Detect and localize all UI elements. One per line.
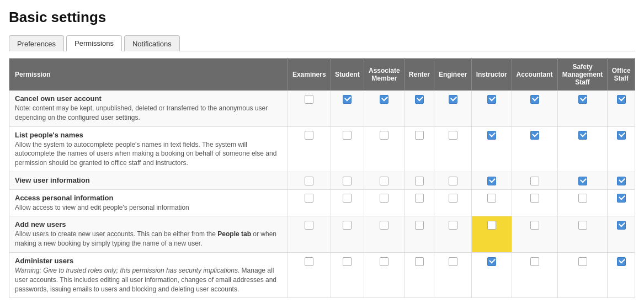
checkbox-unchecked[interactable] xyxy=(449,194,457,203)
cell-engineer xyxy=(434,252,472,297)
checkbox-unchecked[interactable] xyxy=(415,194,424,203)
cell-associate_member xyxy=(364,216,405,253)
col-header-renter: Renter xyxy=(405,59,434,91)
checkbox-checked[interactable] xyxy=(578,131,587,140)
tab-permissions[interactable]: Permissions xyxy=(66,35,122,51)
cell-accountant xyxy=(512,126,557,172)
checkbox-unchecked[interactable] xyxy=(380,177,388,185)
checkbox-unchecked[interactable] xyxy=(530,257,539,266)
checkbox-checked[interactable] xyxy=(415,95,424,104)
checkbox-unchecked[interactable] xyxy=(578,221,587,230)
checkbox-checked[interactable] xyxy=(578,95,587,104)
checkbox-checked[interactable] xyxy=(578,177,587,185)
cell-office_staff xyxy=(608,172,635,189)
cell-engineer xyxy=(434,189,472,216)
permission-desc: Allow the system to autocomplete people'… xyxy=(15,140,284,168)
checkbox-unchecked[interactable] xyxy=(380,131,388,140)
checkbox-unchecked[interactable] xyxy=(487,194,496,203)
checkbox-unchecked[interactable] xyxy=(305,177,313,185)
cell-associate_member xyxy=(364,189,405,216)
checkbox-yellow[interactable] xyxy=(487,221,496,230)
checkbox-unchecked[interactable] xyxy=(449,131,457,140)
cell-student xyxy=(331,91,364,126)
table-row: Access personal informationAllow access … xyxy=(9,189,635,216)
checkbox-checked[interactable] xyxy=(487,177,496,185)
cell-instructor xyxy=(471,252,512,297)
checkbox-unchecked[interactable] xyxy=(578,194,587,203)
table-header-row: Permission Examiners Student AssociateMe… xyxy=(9,59,635,91)
checkbox-checked[interactable] xyxy=(617,257,626,266)
checkbox-checked[interactable] xyxy=(343,95,352,104)
cell-accountant xyxy=(512,172,557,189)
checkbox-unchecked[interactable] xyxy=(305,95,313,104)
cell-student xyxy=(331,172,364,189)
cell-instructor xyxy=(471,126,512,172)
table-row: List people's namesAllow the system to a… xyxy=(9,126,635,172)
checkbox-unchecked[interactable] xyxy=(530,221,539,230)
checkbox-unchecked[interactable] xyxy=(305,257,313,266)
cell-safety_management_staff xyxy=(557,91,608,126)
checkbox-checked[interactable] xyxy=(617,221,626,230)
checkbox-unchecked[interactable] xyxy=(415,131,424,140)
permission-cell: Administer usersWarning: Give to trusted… xyxy=(9,252,288,297)
checkbox-checked[interactable] xyxy=(487,95,496,104)
checkbox-checked[interactable] xyxy=(530,131,539,140)
checkbox-checked[interactable] xyxy=(617,131,626,140)
checkbox-unchecked[interactable] xyxy=(415,257,424,266)
tab-notifications[interactable]: Notifications xyxy=(124,35,180,51)
col-header-safety-management-staff: SafetyManagementStaff xyxy=(557,59,608,91)
checkbox-unchecked[interactable] xyxy=(343,177,352,185)
cell-safety_management_staff xyxy=(557,216,608,253)
tab-bar: Preferences Permissions Notifications xyxy=(9,35,635,51)
col-header-permission: Permission xyxy=(9,59,288,91)
permission-cell: Add new usersAllow users to create new u… xyxy=(9,216,288,253)
permission-desc: Allow access to view and edit people's p… xyxy=(15,203,284,212)
checkbox-unchecked[interactable] xyxy=(415,221,424,230)
col-header-accountant: Accountant xyxy=(512,59,557,91)
checkbox-checked[interactable] xyxy=(380,95,388,104)
checkbox-unchecked[interactable] xyxy=(305,131,313,140)
permission-cell: Cancel own user accountNote: content may… xyxy=(9,91,288,126)
checkbox-checked[interactable] xyxy=(617,95,626,104)
cell-safety_management_staff xyxy=(557,126,608,172)
checkbox-unchecked[interactable] xyxy=(380,194,388,203)
checkbox-unchecked[interactable] xyxy=(305,194,313,203)
checkbox-unchecked[interactable] xyxy=(449,257,457,266)
cell-accountant xyxy=(512,216,557,253)
table-row: Add new usersAllow users to create new u… xyxy=(9,216,635,253)
cell-examiners xyxy=(288,189,331,216)
checkbox-unchecked[interactable] xyxy=(449,221,457,230)
cell-accountant xyxy=(512,189,557,216)
checkbox-checked[interactable] xyxy=(487,131,496,140)
cell-student xyxy=(331,252,364,297)
cell-accountant xyxy=(512,252,557,297)
checkbox-unchecked[interactable] xyxy=(305,221,313,230)
checkbox-unchecked[interactable] xyxy=(415,177,424,185)
checkbox-checked[interactable] xyxy=(617,177,626,185)
col-header-office-staff: OfficeStaff xyxy=(608,59,635,91)
cell-associate_member xyxy=(364,252,405,297)
permission-cell: List people's namesAllow the system to a… xyxy=(9,126,288,172)
checkbox-unchecked[interactable] xyxy=(380,257,388,266)
checkbox-unchecked[interactable] xyxy=(343,221,352,230)
checkbox-checked[interactable] xyxy=(449,95,457,104)
table-row: Cancel own user accountNote: content may… xyxy=(9,91,635,126)
col-header-examiners: Examiners xyxy=(288,59,331,91)
checkbox-checked[interactable] xyxy=(487,257,496,266)
checkbox-checked[interactable] xyxy=(530,95,539,104)
cell-safety_management_staff xyxy=(557,189,608,216)
checkbox-unchecked[interactable] xyxy=(530,177,539,185)
cell-engineer xyxy=(434,126,472,172)
checkbox-unchecked[interactable] xyxy=(380,221,388,230)
tab-preferences[interactable]: Preferences xyxy=(9,35,64,51)
checkbox-unchecked[interactable] xyxy=(449,177,457,185)
checkbox-unchecked[interactable] xyxy=(578,257,587,266)
cell-office_staff xyxy=(608,252,635,297)
checkbox-checked[interactable] xyxy=(617,194,626,203)
checkbox-unchecked[interactable] xyxy=(530,194,539,203)
cell-office_staff xyxy=(608,126,635,172)
checkbox-unchecked[interactable] xyxy=(343,194,352,203)
checkbox-unchecked[interactable] xyxy=(343,131,352,140)
checkbox-unchecked[interactable] xyxy=(343,257,352,266)
cell-renter xyxy=(405,126,434,172)
